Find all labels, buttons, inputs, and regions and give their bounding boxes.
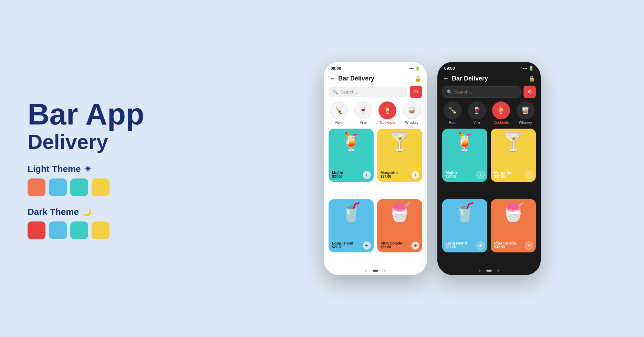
category-vine[interactable]: 🍷 Vine — [354, 101, 372, 124]
dark-category-rom[interactable]: 🍾 Rom — [444, 101, 461, 124]
dark-longisland-add-button[interactable]: + — [476, 241, 485, 250]
whiskey-label: Whiskey — [405, 121, 418, 124]
dark-rom-label: Rom — [449, 121, 456, 124]
dark-drink-grid: 🍹 Mojito $34.00 + 🍸 Margarita $37.50 + 🥤… — [437, 129, 541, 266]
dark-theme-section: Dark Theme 🌙 — [28, 207, 193, 239]
title-line1: Bar App — [28, 98, 193, 131]
filter-button[interactable]: ⚙ — [410, 86, 422, 98]
dark-mojito-card[interactable]: 🍹 Mojito $34.00 + — [442, 129, 487, 182]
dark-search-input[interactable]: 🔍 Search... — [442, 86, 521, 98]
margarita-add-button[interactable]: + — [411, 171, 419, 179]
back-button[interactable]: ← — [329, 75, 335, 82]
phones-container: 09:00 ▪▪▪ 🔋 ← Bar Delivery 🔒 🔍 Search...… — [220, 52, 644, 285]
mojito-card[interactable]: 🍹 Mojito $34.00 + — [329, 129, 374, 182]
category-rom[interactable]: 🍾 Rom — [330, 101, 348, 124]
rom-icon: 🍾 — [335, 106, 343, 115]
dark-pinacolada-card[interactable]: 🍧 Pina Colada $32.90 + — [491, 199, 536, 252]
light-theme-section: Light Theme ☀ — [28, 164, 193, 196]
dark-cocktails-icon-wrap: 🍹 — [492, 101, 510, 119]
light-search-bar: 🔍 Search... ⚙ — [329, 86, 422, 98]
app-title: Bar App Delivery — [28, 98, 193, 154]
dark-vine-label: Vine — [474, 121, 480, 124]
longisland-add-button[interactable]: + — [363, 241, 371, 250]
mojito-add-button[interactable]: + — [363, 171, 371, 179]
light-header: ← Bar Delivery 🔒 — [324, 73, 427, 86]
swatch-yellow — [92, 178, 110, 196]
longisland-card[interactable]: 🥤 Long Island $27.00 + — [329, 199, 374, 252]
left-panel: Bar App Delivery Light Theme ☀ Dark Them… — [0, 0, 220, 337]
light-bottom-nav — [324, 266, 427, 275]
dark-pinacolada-add-button[interactable]: + — [525, 241, 533, 250]
pinacolada-img: 🍧 — [388, 202, 411, 223]
dark-header-title: Bar Delivery — [452, 75, 526, 82]
dark-phone: 09:00 ▪▪▪ 🔋 ← Bar Delivery 🔒 🔍 Search...… — [437, 62, 541, 275]
moon-icon: 🌙 — [82, 208, 92, 217]
lock-icon: 🔒 — [415, 75, 422, 82]
dark-whiskey-label: Whiskey — [519, 121, 532, 124]
search-placeholder: Search... — [340, 89, 358, 95]
light-header-title: Bar Delivery — [338, 75, 412, 82]
dark-mojito-img: 🍹 — [454, 131, 476, 152]
dark-pinacolada-img: 🍧 — [502, 202, 524, 223]
category-whiskey[interactable]: 🥃 Whiskey — [403, 101, 421, 124]
dark-margarita-add-button[interactable]: + — [525, 171, 533, 179]
swatch-coral — [28, 178, 45, 196]
dark-battery-icon: 🔋 — [529, 66, 534, 71]
category-cocktails-active[interactable]: 🍹 Cocktails — [378, 101, 396, 124]
margarita-img: 🍸 — [388, 131, 411, 152]
light-search-input[interactable]: 🔍 Search... — [329, 87, 407, 97]
dark-lock-icon: 🔒 — [528, 75, 535, 82]
dark-category-cocktails[interactable]: 🍹 Cocktails — [492, 101, 510, 124]
light-status-bar: 09:00 ▪▪▪ 🔋 — [324, 62, 427, 73]
dark-search-placeholder: Search... — [454, 89, 472, 95]
signal-icon: ▪▪▪ — [409, 66, 414, 71]
dark-back-button[interactable]: ← — [443, 75, 449, 82]
swatch-blue — [49, 178, 67, 196]
nav-dot-2-active — [373, 270, 378, 272]
dark-category-whiskey[interactable]: 🥃 Whiskey — [517, 101, 534, 124]
dark-filter-button[interactable]: ⚙ — [523, 86, 536, 98]
dark-filter-icon: ⚙ — [528, 89, 532, 95]
filter-icon: ⚙ — [414, 89, 418, 95]
nav-dot-1 — [365, 270, 367, 272]
pinacolada-add-button[interactable]: + — [411, 241, 419, 250]
dark-whiskey-icon: 🥃 — [521, 106, 530, 115]
light-swatches — [28, 178, 193, 196]
dark-rom-icon-wrap: 🍾 — [444, 101, 461, 119]
dark-longisland-card[interactable]: 🥤 Long Island $27.00 + — [442, 199, 487, 252]
dark-cocktails-label: Cocktails — [494, 121, 509, 124]
dark-category-vine[interactable]: 🍷 Vine — [468, 101, 486, 124]
battery-icon: 🔋 — [415, 66, 420, 71]
light-categories: 🍾 Rom 🍷 Vine 🍹 Cocktails 🥃 Wh — [324, 101, 427, 124]
light-drink-grid: 🍹 Mojito $34.00 + 🍸 Margarita $37.00 + 🥤… — [324, 129, 427, 266]
light-theme-label: Light Theme ☀ — [28, 164, 193, 174]
cocktails-icon: 🍹 — [383, 106, 392, 115]
rom-icon-wrap: 🍾 — [330, 101, 348, 119]
dark-header: ← Bar Delivery 🔒 — [437, 73, 541, 86]
dark-time: 09:00 — [444, 66, 455, 71]
dark-categories: 🍾 Rom 🍷 Vine 🍹 Cocktails 🥃 Wh — [437, 101, 541, 124]
dark-cocktails-icon: 🍹 — [497, 106, 506, 115]
dark-mojito-add-button[interactable]: + — [476, 171, 485, 179]
dark-nav-dot-3 — [497, 270, 499, 272]
dark-search-icon: 🔍 — [447, 89, 452, 95]
pinacolada-card[interactable]: 🍧 Pina Colada $32.00 + — [377, 199, 422, 252]
dark-theme-label: Dark Theme 🌙 — [28, 207, 193, 217]
title-line2: Delivery — [28, 131, 193, 153]
margarita-card[interactable]: 🍸 Margarita $37.00 + — [377, 129, 422, 182]
vine-icon-wrap: 🍷 — [354, 101, 372, 119]
dark-margarita-card[interactable]: 🍸 Margarita $37.50 + — [491, 129, 536, 182]
whiskey-icon-wrap: 🥃 — [403, 101, 421, 119]
dark-bottom-nav — [437, 266, 541, 275]
dark-signal-icon: ▪▪▪ — [523, 66, 527, 71]
swatch-blue-dark — [49, 221, 67, 239]
cocktails-label: Cocktails — [380, 121, 395, 124]
dark-nav-dot-2-active — [486, 270, 492, 272]
sun-icon: ☀ — [84, 165, 91, 174]
swatch-teal-dark — [70, 221, 88, 239]
swatch-teal — [70, 178, 88, 196]
dark-status-icons: ▪▪▪ 🔋 — [523, 66, 534, 71]
longisland-img: 🥤 — [340, 202, 362, 223]
dark-nav-dot-1 — [479, 270, 481, 272]
dark-swatches — [28, 221, 193, 239]
